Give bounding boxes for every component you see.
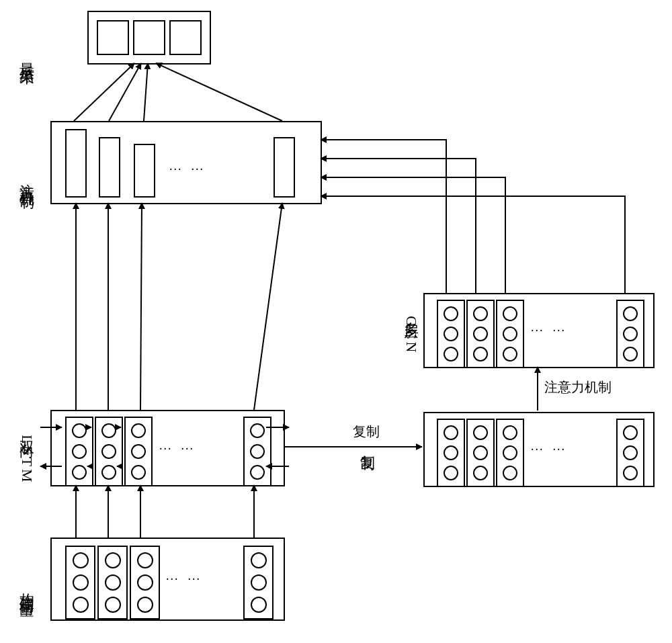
- arrows-layer: [0, 0, 672, 643]
- label-copy-vertical: 复制: [360, 427, 376, 460]
- svg-line-10: [144, 63, 148, 121]
- svg-line-7: [254, 203, 282, 410]
- svg-line-11: [156, 63, 282, 121]
- svg-line-6: [140, 203, 142, 410]
- diagram-root: 最后结果 注意力机制 双向LSTM 构建词向量 ··· ···: [0, 0, 672, 643]
